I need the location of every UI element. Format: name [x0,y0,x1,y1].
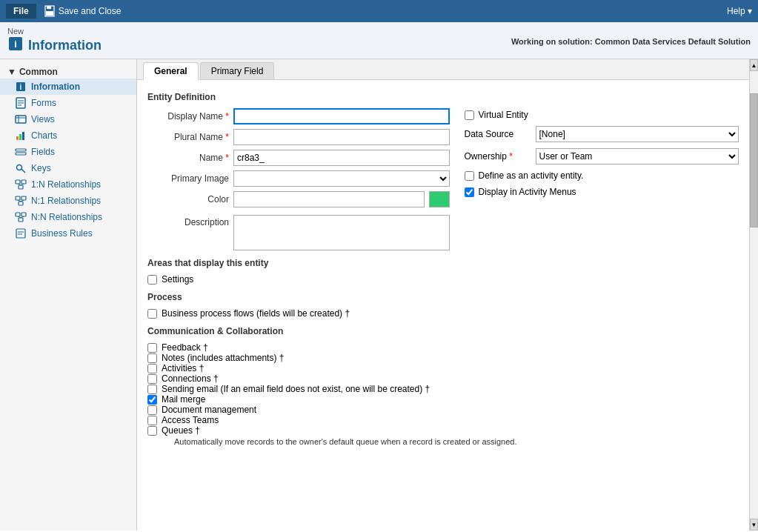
sidebar-item-keys[interactable]: Keys [0,160,136,176]
color-label: Color [147,194,229,205]
mail-merge-label: Mail merge [162,394,205,405]
sidebar-item-forms[interactable]: Forms [0,95,136,111]
sidebar-item-1n-relationships[interactable]: 1:N Relationships [0,176,136,193]
areas-title: Areas that display this entity [147,258,739,268]
display-name-label: Display Name * [147,111,229,122]
svg-rect-33 [19,218,23,222]
collab-title: Communication & Collaboration [147,326,739,336]
n1-rel-icon [15,195,27,207]
business-process-row: Business process flows (fields will be c… [147,308,739,319]
activities-label: Activities † [162,363,204,373]
name-label: Name * [147,153,229,163]
primary-image-label: Primary Image [147,173,229,184]
svg-rect-31 [16,213,20,216]
sending-email-label: Sending email (If an email field does no… [162,384,430,394]
business-process-checkbox[interactable] [147,309,157,319]
plural-name-input[interactable] [233,129,450,145]
display-name-required: * [225,111,229,122]
entity-definition-title: Entity Definition [147,92,739,102]
page-title: Information [28,38,102,53]
queues-checkbox[interactable] [147,426,157,436]
sidebar-item-charts[interactable]: Charts [0,127,136,144]
form-right: Virtual Entity Data Source [None] Owners… [465,108,739,250]
plural-name-required: * [225,132,229,142]
doc-mgmt-checkbox[interactable] [147,405,157,415]
tabs: General Primary Field [137,59,749,80]
display-activity-row: Display in Activity Menus [465,187,739,197]
sidebar-section-common: ▼ Common [0,64,136,79]
charts-icon [15,130,27,142]
define-activity-label: Define as an activity entity. [479,170,584,181]
svg-point-19 [17,165,22,170]
help-button[interactable]: Help ▾ [727,6,752,16]
description-textarea[interactable] [233,215,450,250]
svg-rect-2 [46,11,53,16]
queues-label: Queues † [162,425,200,436]
display-name-input[interactable] [233,108,450,124]
scroll-thumb[interactable] [750,93,758,227]
color-swatch[interactable] [429,191,450,207]
sidebar-item-fields[interactable]: Fields [0,144,136,160]
sending-email-checkbox[interactable] [147,385,157,394]
activities-checkbox[interactable] [147,364,157,373]
solution-label: Working on solution: Common Data Service… [511,37,751,46]
file-button[interactable]: File [6,4,36,19]
chevron-down-icon: ▼ [7,67,16,77]
tab-general[interactable]: General [143,62,199,80]
sidebar-item-business-rules[interactable]: Business Rules [0,225,136,242]
areas-section: Areas that display this entity Settings [147,258,739,285]
scroll-up-button[interactable]: ▲ [750,59,758,71]
save-close-label: Save and Close [59,6,122,16]
display-activity-checkbox[interactable] [465,187,474,197]
primary-image-select[interactable] [233,170,450,187]
plural-name-row: Plural Name * [147,129,450,145]
topbar: File Save and Close Help ▾ [0,0,758,22]
data-source-label: Data Source [465,129,531,139]
mail-merge-checkbox[interactable] [147,395,157,405]
form-left: Display Name * Plural Name * [147,108,450,250]
views-icon [15,113,27,125]
define-activity-checkbox[interactable] [465,171,474,181]
sidebar: ▼ Common i Information Forms [0,59,137,531]
scroll-track [750,71,758,519]
data-source-select[interactable]: [None] [536,126,739,142]
collab-notes-row: Notes (includes attachments) † [147,353,739,363]
notes-label: Notes (includes attachments) † [162,353,284,363]
svg-text:i: i [20,83,22,91]
color-input[interactable] [233,191,425,207]
sidebar-item-n1-relationships[interactable]: N:1 Relationships [0,193,136,209]
save-icon [44,5,56,17]
name-input[interactable] [233,150,450,166]
display-activity-label: Display in Activity Menus [479,187,576,197]
sidebar-item-views[interactable]: Views [0,111,136,127]
business-process-label: Business process flows (fields will be c… [162,308,350,319]
svg-rect-26 [16,196,20,200]
collab-feedback-row: Feedback † [147,342,739,353]
scroll-down-button[interactable]: ▼ [750,519,758,531]
sidebar-item-nn-relationships[interactable]: N:N Relationships [0,209,136,225]
tab-primary-field[interactable]: Primary Field [200,62,275,79]
process-title: Process [147,292,739,302]
collab-activities-row: Activities † [147,363,739,373]
save-icon-btn[interactable]: Save and Close [44,5,122,17]
access-teams-checkbox[interactable] [147,416,157,425]
virtual-entity-checkbox[interactable] [465,110,474,120]
color-row: Color [147,191,450,207]
feedback-checkbox[interactable] [147,343,157,353]
ownership-label: Ownership * [465,151,531,162]
collab-doc-mgmt-row: Document management [147,405,739,415]
notes-checkbox[interactable] [147,353,157,363]
main: ▼ Common i Information Forms [0,59,758,531]
connections-checkbox[interactable] [147,374,157,384]
content-area: General Primary Field Entity Definition … [137,59,749,531]
ownership-select[interactable]: User or Team [536,148,739,164]
form-content: Entity Definition Display Name * [137,80,749,531]
sidebar-item-information[interactable]: i Information [0,79,136,95]
svg-rect-36 [16,229,25,238]
right-scrollbar[interactable]: ▲ ▼ [749,59,758,531]
settings-checkbox[interactable] [147,275,157,285]
svg-rect-32 [21,213,26,216]
svg-rect-11 [16,116,26,123]
svg-rect-27 [21,196,26,200]
svg-rect-18 [16,153,26,155]
